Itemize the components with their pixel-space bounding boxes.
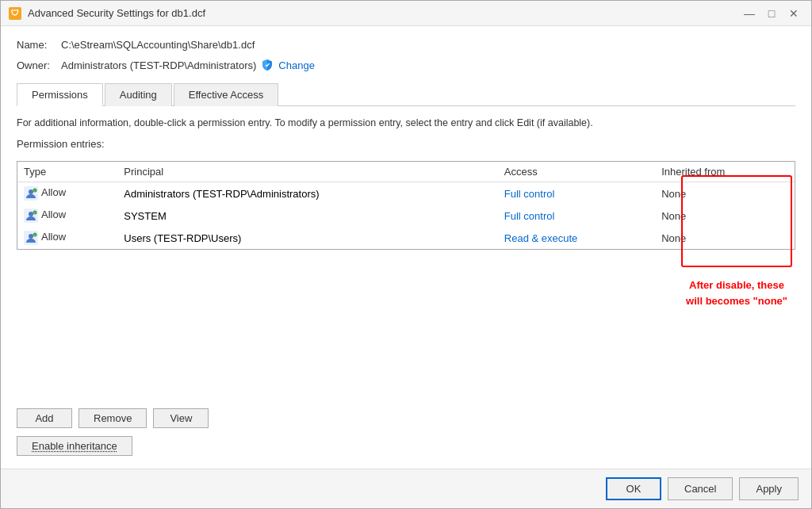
cell-principal: Administrators (TEST-RDP\Administrators) (117, 182, 498, 205)
main-content: Name: C:\eStream\SQLAccounting\Share\db1… (1, 26, 811, 469)
maximize-button[interactable]: □ (762, 6, 781, 21)
cell-inherited: None (655, 182, 795, 205)
cancel-button[interactable]: Cancel (668, 477, 733, 500)
enable-inheritance-button[interactable]: Enable inheritance (17, 436, 132, 456)
main-window: 🛡 Advanced Security Settings for db1.dcf… (0, 0, 812, 509)
cell-type: ✓ Allow (17, 205, 117, 227)
svg-text:✓: ✓ (33, 211, 36, 215)
annotation-comment: After disable, these will becomes "none" (686, 277, 787, 308)
change-link[interactable]: Change (278, 59, 315, 71)
cell-inherited: None (655, 205, 795, 227)
bottom-bar: OK Cancel Apply (1, 469, 811, 508)
close-button[interactable]: ✕ (784, 6, 803, 21)
owner-row: Owner: Administrators (TEST-RDP\Administ… (17, 59, 795, 71)
name-row: Name: C:\eStream\SQLAccounting\Share\db1… (17, 39, 795, 51)
col-inherited: Inherited from (655, 162, 795, 182)
ok-button[interactable]: OK (606, 477, 661, 500)
user-icon: ✓ (24, 209, 38, 223)
window-title: Advanced Security Settings for db1.dcf (28, 7, 205, 19)
col-access: Access (498, 162, 655, 182)
cell-inherited: None (655, 227, 795, 249)
shield-icon (261, 59, 274, 71)
permission-table-wrapper: Type Principal Access Inherited from ✓ (17, 161, 795, 250)
owner-label: Owner: (17, 59, 56, 71)
cell-principal: SYSTEM (117, 205, 498, 227)
allow-label: Allow (41, 186, 66, 198)
svg-text:✓: ✓ (33, 189, 36, 193)
cell-access: Read & execute (498, 227, 655, 249)
tabs-bar: Permissions Auditing Effective Access (17, 82, 795, 106)
name-value: C:\eStream\SQLAccounting\Share\db1.dcf (61, 39, 255, 51)
allow-label: Allow (41, 209, 66, 220)
table-row[interactable]: ✓ AllowAdministrators (TEST-RDP\Administ… (17, 182, 795, 205)
tab-auditing[interactable]: Auditing (105, 83, 172, 106)
title-bar-left: 🛡 Advanced Security Settings for db1.dcf (9, 7, 205, 20)
inheritance-row: Enable inheritance (17, 436, 795, 456)
col-type: Type (17, 162, 117, 182)
owner-value: Administrators (TEST-RDP\Administrators) (61, 59, 256, 71)
cell-type: ✓ Allow (17, 227, 117, 249)
title-controls: — □ ✕ (740, 6, 803, 21)
action-buttons-row: Add Remove View (17, 408, 795, 428)
name-label: Name: (17, 39, 56, 51)
cell-principal: Users (TEST-RDP\Users) (117, 227, 498, 249)
allow-label: Allow (41, 231, 66, 243)
title-bar: 🛡 Advanced Security Settings for db1.dcf… (1, 1, 811, 26)
window-icon: 🛡 (9, 7, 21, 20)
cell-access: Full control (498, 205, 655, 227)
table-row[interactable]: ✓ AllowUsers (TEST-RDP\Users)Read & exec… (17, 227, 795, 249)
svg-text:✓: ✓ (33, 233, 36, 237)
minimize-button[interactable]: — (740, 6, 759, 21)
permission-table: Type Principal Access Inherited from ✓ (17, 162, 795, 249)
user-icon: ✓ (24, 186, 38, 201)
add-button[interactable]: Add (17, 408, 72, 428)
remove-button[interactable]: Remove (79, 408, 147, 428)
col-principal: Principal (117, 162, 498, 182)
tab-permissions[interactable]: Permissions (17, 83, 103, 106)
tab-effective-access[interactable]: Effective Access (174, 83, 278, 106)
apply-button[interactable]: Apply (739, 477, 799, 500)
section-label: Permission entries: (17, 138, 795, 150)
cell-access: Full control (498, 182, 655, 205)
cell-type: ✓ Allow (17, 182, 117, 205)
view-button[interactable]: View (153, 408, 209, 428)
table-row[interactable]: ✓ AllowSYSTEMFull controlNone (17, 205, 795, 227)
user-icon: ✓ (24, 231, 38, 245)
table-header-row: Type Principal Access Inherited from (17, 162, 795, 182)
hint-text: For additional information, double-click… (17, 117, 795, 128)
